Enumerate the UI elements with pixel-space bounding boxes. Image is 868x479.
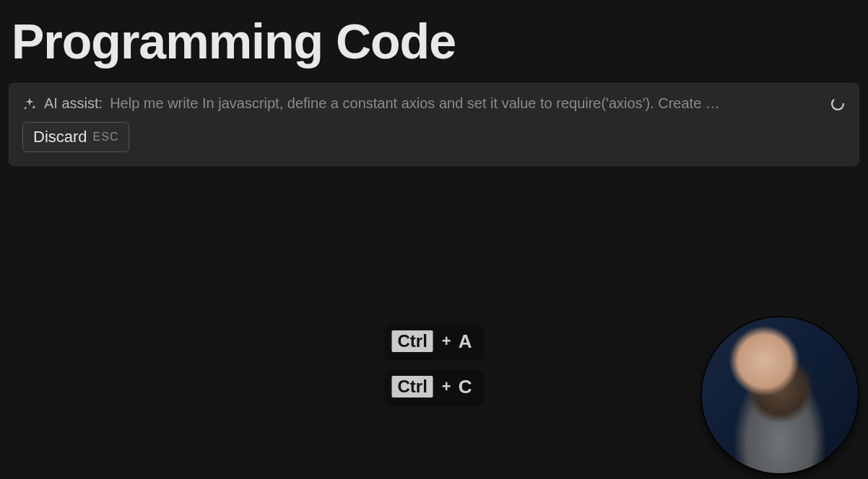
presenter-webcam bbox=[702, 317, 858, 473]
key-modifier: Ctrl bbox=[391, 329, 435, 353]
key-letter: C bbox=[459, 376, 472, 398]
ai-assist-prompt: Help me write In javascript, define a co… bbox=[110, 95, 823, 112]
shortcut-badge: Ctrl + A bbox=[386, 325, 482, 358]
key-separator: + bbox=[442, 377, 451, 396]
shortcut-badge: Ctrl + C bbox=[386, 370, 482, 403]
discard-button-label: Discard bbox=[33, 128, 87, 146]
svg-point-0 bbox=[832, 98, 843, 110]
discard-button[interactable]: Discard ESC bbox=[22, 122, 129, 152]
ai-assist-label: AI assist: bbox=[44, 95, 103, 112]
sparkle-icon bbox=[22, 97, 37, 111]
ai-assist-panel: AI assist: Help me write In javascript, … bbox=[9, 83, 859, 166]
ai-assist-row: AI assist: Help me write In javascript, … bbox=[22, 95, 846, 112]
shortcut-overlay: Ctrl + A Ctrl + C bbox=[386, 325, 482, 403]
loading-spinner-icon bbox=[830, 96, 846, 112]
discard-button-hint: ESC bbox=[93, 131, 119, 144]
key-modifier: Ctrl bbox=[391, 374, 435, 399]
key-letter: A bbox=[459, 330, 472, 353]
page-title: Programming Code bbox=[12, 16, 868, 67]
key-separator: + bbox=[442, 332, 451, 351]
